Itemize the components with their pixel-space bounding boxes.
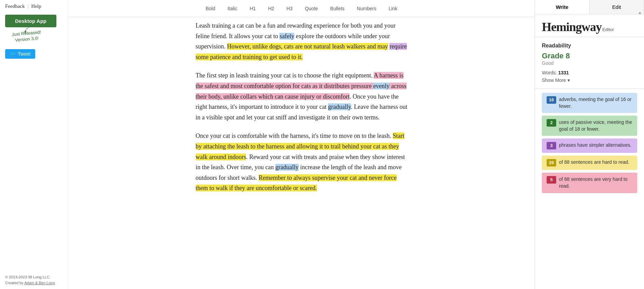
- write-tab[interactable]: Write: [535, 0, 590, 14]
- tweet-label: Tweet: [18, 51, 30, 57]
- edit-tab[interactable]: Edit: [590, 0, 644, 14]
- stat-text-1: uses of passive voice, meeting the goal …: [559, 119, 632, 132]
- toolbar-numbers[interactable]: Numbers: [355, 4, 379, 13]
- toolbar-quote[interactable]: Quote: [303, 4, 320, 13]
- words-number: 1331: [558, 70, 569, 75]
- left-sidebar: Feedback | Help Desktop App Just Release…: [0, 0, 68, 289]
- toolbar-h3[interactable]: H3: [285, 4, 295, 13]
- highlight-safely: safely: [279, 33, 294, 40]
- show-more-text: Show More: [542, 77, 566, 83]
- highlight-remember: Remember to always supervise your cat an…: [196, 174, 397, 192]
- show-more-link[interactable]: Show More ▾: [542, 77, 637, 83]
- just-released-text: Just Released!Version 3.0!: [12, 29, 42, 43]
- readability-section: Readability Grade 8 Good Words: 1331 Sho…: [535, 37, 644, 89]
- stat-badge-4: 5: [547, 176, 556, 184]
- highlight-gradually-2: gradually: [275, 164, 299, 171]
- stat-text-3: of 88 sentences are hard to read.: [559, 159, 629, 166]
- toolbar-h1[interactable]: H1: [248, 4, 258, 13]
- highlight-patience: some patience and training to get used t…: [196, 54, 303, 60]
- stats-section: 16adverbs, meeting the goal of 16 or few…: [535, 89, 644, 200]
- logo-title: Hemingway: [542, 20, 602, 34]
- toolbar-link[interactable]: Link: [386, 4, 399, 13]
- readability-label: Readability: [542, 43, 637, 49]
- stat-badge-1: 2: [547, 119, 556, 127]
- highlight-harness-sentence: A harness is the safest and most comfort…: [196, 72, 407, 100]
- words-count: Words: 1331: [542, 70, 637, 75]
- highlight-leash-sentence: Start by attaching the leash to the harn…: [196, 132, 405, 160]
- just-released-banner: Just Released!Version 3.0!: [12, 31, 41, 42]
- toolbar: Bold Italic H1 H2 H3 Quote Bullets Numbe…: [68, 0, 535, 17]
- feedback-link[interactable]: Feedback: [5, 3, 25, 9]
- highlight-evenly: evenly: [373, 83, 389, 89]
- footer-text: © 2013-2023 38 Long LLC. Created by Adam…: [5, 274, 56, 286]
- toolbar-bold[interactable]: Bold: [204, 4, 217, 13]
- stat-item-3: 26of 88 sentences are hard to read.: [542, 156, 637, 170]
- words-label: Words:: [542, 70, 557, 75]
- grade-desc: Good: [542, 60, 637, 66]
- stat-badge-3: 26: [547, 159, 556, 167]
- toolbar-italic[interactable]: Italic: [225, 4, 239, 13]
- stat-item-2: 3phrases have simpler alternatives.: [542, 139, 637, 153]
- stat-item-0: 16adverbs, meeting the goal of 16 or few…: [542, 93, 637, 113]
- logo-subtitle: Editor: [602, 27, 614, 32]
- stat-item-4: 5of 88 sentences are very hard to read.: [542, 173, 637, 193]
- stat-text-0: adverbs, meeting the goal of 16 or fewer…: [559, 96, 632, 110]
- content-area[interactable]: Leash training a cat can be a fun and re…: [196, 20, 408, 193]
- grade-number: Grade 8: [542, 52, 637, 60]
- stat-item-1: 2uses of passive voice, meeting the goal…: [542, 116, 637, 136]
- hemingway-logo: HemingwayEditor: [535, 14, 644, 37]
- main-content[interactable]: Leash training a cat can be a fun and re…: [68, 0, 535, 289]
- footer-link[interactable]: Adam & Ben Long: [24, 281, 55, 285]
- toolbar-bullets[interactable]: Bullets: [328, 4, 347, 13]
- stat-text-4: of 88 sentences are very hard to read.: [559, 176, 632, 189]
- tweet-button[interactable]: 🐦 Tweet: [5, 49, 35, 59]
- stat-text-2: phrases have simpler alternatives.: [559, 142, 631, 149]
- highlight-require: require: [389, 43, 407, 50]
- right-sidebar: Write Edit ▲ HemingwayEditor Readability…: [535, 0, 644, 289]
- stat-badge-2: 3: [547, 142, 556, 149]
- paragraph-1[interactable]: Leash training a cat can be a fun and re…: [196, 20, 408, 62]
- highlight-gradually-1: gradually: [328, 103, 351, 110]
- help-link[interactable]: Help: [31, 3, 41, 9]
- scroll-up-icon[interactable]: ▲: [638, 10, 643, 15]
- nav-separator: |: [27, 3, 28, 9]
- write-edit-tabs: Write Edit ▲: [535, 0, 644, 14]
- paragraph-3[interactable]: Once your cat is comfortable with the ha…: [196, 131, 408, 193]
- toolbar-h2[interactable]: H2: [266, 4, 276, 13]
- twitter-icon: 🐦: [10, 51, 16, 57]
- highlight-however: However, unlike dogs, cats are not natur…: [227, 43, 388, 50]
- paragraph-2[interactable]: The first step in leash training your ca…: [196, 70, 408, 122]
- stat-badge-0: 16: [547, 96, 556, 104]
- chevron-down-icon: ▾: [567, 77, 570, 83]
- top-nav: Feedback | Help: [5, 3, 41, 9]
